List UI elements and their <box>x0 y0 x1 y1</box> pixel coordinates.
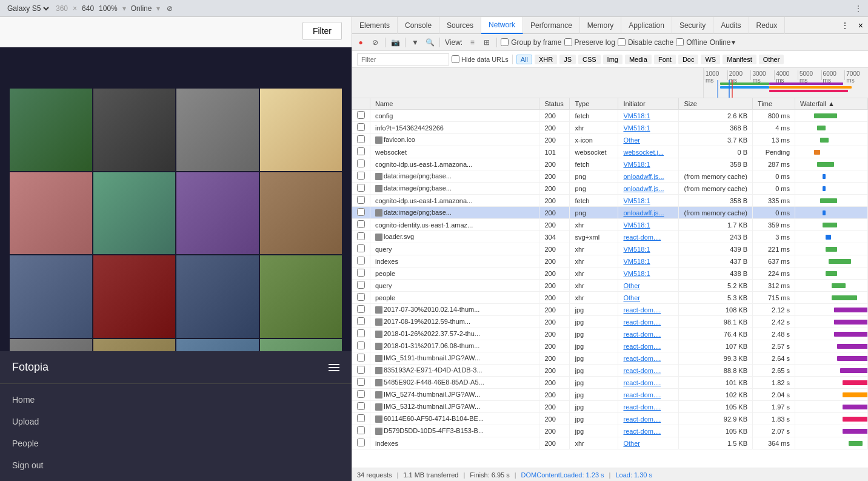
filter-manifest-button[interactable]: Manifest <box>723 55 756 64</box>
disable-cache-checkbox[interactable]: Disable cache <box>618 38 673 47</box>
photo-cell[interactable] <box>260 89 342 171</box>
col-header-initiator[interactable]: Initiator <box>618 98 679 110</box>
more-icon[interactable]: ⋮ <box>853 4 863 13</box>
row-checkbox[interactable] <box>352 158 370 170</box>
table-row[interactable]: data:image/png;base... 200 png onloadwff… <box>352 183 868 195</box>
table-row[interactable]: cognito-idp.us-east-1.amazona... 200 fet… <box>352 195 868 207</box>
row-checkbox[interactable] <box>352 146 370 158</box>
row-checkbox[interactable] <box>352 243 370 255</box>
tabs-more-icon[interactable]: ⋮ <box>836 21 853 30</box>
row-checkbox[interactable] <box>352 292 370 304</box>
table-row[interactable]: D579D5DD-10D5-4FF3-B153-B... 200 jpg rea… <box>352 425 868 437</box>
filter-xhr-button[interactable]: XHR <box>535 55 557 64</box>
filter-button[interactable]: Filter <box>302 22 342 40</box>
offline-checkbox[interactable]: Offline <box>676 38 707 47</box>
table-row[interactable]: cognito-identity.us-east-1.amaz... 200 x… <box>352 219 868 231</box>
photo-cell[interactable] <box>10 255 92 338</box>
col-header-time[interactable]: Time <box>753 98 795 110</box>
filter-doc-button[interactable]: Doc <box>678 55 699 64</box>
row-checkbox[interactable] <box>352 425 370 437</box>
table-row[interactable]: IMG_5312-thumbnail.JPG?AW... 200 jpg rea… <box>352 401 868 413</box>
clear-button[interactable]: ⊘ <box>369 36 381 49</box>
filter-other-button[interactable]: Other <box>759 55 784 64</box>
filter-all-button[interactable]: All <box>516 55 532 64</box>
photo-cell[interactable] <box>176 172 259 255</box>
tab-security[interactable]: Security <box>672 17 713 34</box>
table-row[interactable]: 2018-01-31%2017.06.08-thum... 200 jpg re… <box>352 340 868 352</box>
row-checkbox[interactable] <box>352 183 370 195</box>
row-checkbox[interactable] <box>352 389 370 401</box>
table-row[interactable]: data:image/png;base... 200 png onloadwff… <box>352 207 868 219</box>
photo-cell[interactable] <box>176 339 259 352</box>
network-dropdown[interactable]: Online ▾ <box>710 38 736 47</box>
table-row[interactable]: config 200 fetch VM518:1 2.6 KB 800 ms <box>352 110 868 122</box>
tab-performance[interactable]: Performance <box>523 17 580 34</box>
row-checkbox[interactable] <box>352 340 370 352</box>
filter-toggle-button[interactable]: ▼ <box>409 36 421 49</box>
filter-input[interactable] <box>357 53 449 66</box>
row-checkbox[interactable] <box>352 304 370 316</box>
capture-screenshot-button[interactable]: 📷 <box>389 36 401 49</box>
table-row[interactable]: favicon.ico 200 x-icon Other 3.7 KB 13 m… <box>352 134 868 146</box>
filter-media-button[interactable]: Media <box>625 55 652 64</box>
row-checkbox[interactable] <box>352 134 370 146</box>
sidebar-item-signout[interactable]: Sign out <box>0 454 352 476</box>
col-header-waterfall[interactable]: Waterfall ▲ <box>795 98 868 110</box>
photo-cell[interactable] <box>93 89 176 171</box>
photo-cell[interactable] <box>260 339 342 352</box>
hamburger-icon[interactable] <box>329 364 339 371</box>
table-row[interactable]: IMG_5274-thumbnail.JPG?AW... 200 jpg rea… <box>352 389 868 401</box>
row-checkbox[interactable] <box>352 170 370 183</box>
tab-memory[interactable]: Memory <box>580 17 621 34</box>
network-table-wrapper[interactable]: Name Status Type Initiator Size Time Wat… <box>352 98 868 468</box>
filter-js-button[interactable]: JS <box>559 55 576 64</box>
table-row[interactable]: info?t=1543624429266 200 xhr VM518:1 368… <box>352 122 868 134</box>
col-header-checkbox[interactable] <box>352 98 370 110</box>
table-row[interactable]: people 200 xhr Other 5.3 KB 715 ms <box>352 292 868 304</box>
photo-cell[interactable] <box>10 339 92 352</box>
col-header-name[interactable]: Name <box>370 98 539 110</box>
row-checkbox[interactable] <box>352 110 370 122</box>
photo-cell[interactable] <box>10 172 92 255</box>
table-row[interactable]: 60114E60-AF50-4714-B104-BE... 200 jpg re… <box>352 413 868 425</box>
hide-data-urls-checkbox[interactable]: Hide data URLs <box>452 55 509 63</box>
row-checkbox[interactable] <box>352 255 370 267</box>
row-checkbox[interactable] <box>352 280 370 292</box>
sidebar-item-upload[interactable]: Upload <box>0 411 352 432</box>
photo-cell[interactable] <box>93 172 176 255</box>
record-button[interactable]: ● <box>355 36 367 49</box>
col-header-type[interactable]: Type <box>570 98 618 110</box>
preserve-log-checkbox[interactable]: Preserve log <box>564 38 615 47</box>
photo-cell[interactable] <box>260 255 342 338</box>
tab-network[interactable]: Network <box>481 17 523 34</box>
col-header-size[interactable]: Size <box>679 98 753 110</box>
table-row[interactable]: data:image/png;base... 200 png onloadwff… <box>352 170 868 183</box>
filter-img-button[interactable]: Img <box>603 55 623 64</box>
devtools-close-icon[interactable]: × <box>853 21 868 30</box>
device-selector[interactable]: Galaxy S5 <box>5 4 51 13</box>
row-checkbox[interactable] <box>352 231 370 243</box>
tab-sources[interactable]: Sources <box>439 17 481 34</box>
table-row[interactable]: query 200 xhr VM518:1 439 B 221 ms <box>352 243 868 255</box>
photo-cell[interactable] <box>176 89 259 171</box>
row-checkbox[interactable] <box>352 219 370 231</box>
row-checkbox[interactable] <box>352 267 370 280</box>
row-checkbox[interactable] <box>352 413 370 425</box>
bookmark-icon[interactable]: ⊘ <box>165 4 175 13</box>
table-row[interactable]: loader.svg 304 svg+xml react-dom.... 243… <box>352 231 868 243</box>
table-row[interactable]: indexes 200 xhr Other 1.5 KB 364 ms <box>352 437 868 449</box>
photo-cell[interactable] <box>176 255 259 338</box>
row-checkbox[interactable] <box>352 365 370 377</box>
row-checkbox[interactable] <box>352 195 370 207</box>
table-row[interactable]: 5485E902-F448-46E8-85AD-A5... 200 jpg re… <box>352 377 868 389</box>
row-checkbox[interactable] <box>352 352 370 365</box>
filter-font-button[interactable]: Font <box>654 55 676 64</box>
row-checkbox[interactable] <box>352 401 370 413</box>
sidebar-item-home[interactable]: Home <box>0 389 352 411</box>
table-row[interactable]: 2017-07-30%2010.02.14-thum... 200 jpg re… <box>352 304 868 316</box>
tab-console[interactable]: Console <box>398 17 439 34</box>
row-checkbox[interactable] <box>352 316 370 328</box>
photo-cell[interactable] <box>10 89 92 171</box>
row-checkbox[interactable] <box>352 328 370 340</box>
table-row[interactable]: 2018-01-26%2022.37.57-2-thu... 200 jpg r… <box>352 328 868 340</box>
